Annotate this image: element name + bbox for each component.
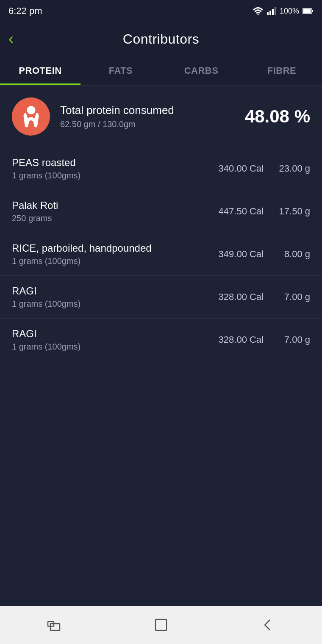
food-name-4: RAGI <box>12 328 210 340</box>
food-item-0: PEAS roasted 1 grams (100gms) 340.00 Cal… <box>0 147 322 190</box>
tab-carbs[interactable]: CARBS <box>161 56 242 85</box>
tab-protein[interactable]: PROTEIN <box>0 56 80 85</box>
food-item-2: RICE, parboiled, handpounded 1 grams (10… <box>0 233 322 276</box>
summary-percentage: 48.08 % <box>245 106 310 127</box>
svg-rect-3 <box>272 9 274 15</box>
food-amount-1: 250 grams <box>12 214 210 223</box>
food-name-3: RAGI <box>12 285 210 297</box>
svg-rect-2 <box>269 11 271 15</box>
recent-icon <box>46 617 61 633</box>
food-item-3: RAGI 1 grams (100gms) 328.00 Cal 7.00 g <box>0 276 322 319</box>
food-cal-1: 447.50 Cal <box>219 206 264 217</box>
status-bar: 6:22 pm 100% <box>0 0 322 22</box>
summary-card: Total protein consumed 62.50 gm / 130.0g… <box>0 86 322 147</box>
battery-text: 100% <box>280 7 299 16</box>
food-amount-3: 1 grams (100gms) <box>12 299 210 309</box>
summary-subtitle: 62.50 gm / 130.0gm <box>60 119 235 129</box>
svg-rect-4 <box>275 7 276 15</box>
food-info-1: Palak Roti 250 grams <box>12 200 210 223</box>
summary-text: Total protein consumed 62.50 gm / 130.0g… <box>60 104 235 129</box>
battery-icon <box>303 8 314 14</box>
svg-rect-7 <box>312 10 313 12</box>
tab-fats[interactable]: FATS <box>80 56 161 85</box>
food-name-1: Palak Roti <box>12 200 210 211</box>
food-grams-2: 8.00 g <box>272 249 310 260</box>
nav-back-button[interactable] <box>248 613 289 637</box>
wifi-icon <box>253 7 264 15</box>
food-info-3: RAGI 1 grams (100gms) <box>12 285 210 309</box>
body-icon <box>19 105 43 128</box>
food-item-4: RAGI 1 grams (100gms) 328.00 Cal 7.00 g <box>0 319 322 361</box>
home-icon <box>153 617 169 633</box>
tab-fibre[interactable]: FIBRE <box>242 56 322 85</box>
food-cal-2: 349.00 Cal <box>219 249 264 260</box>
summary-title: Total protein consumed <box>60 104 235 117</box>
page-title: Contributors <box>123 31 199 47</box>
svg-point-8 <box>27 106 35 114</box>
food-list: PEAS roasted 1 grams (100gms) 340.00 Cal… <box>0 147 322 361</box>
food-amount-4: 1 grams (100gms) <box>12 342 210 352</box>
food-info-4: RAGI 1 grams (100gms) <box>12 328 210 352</box>
food-grams-0: 23.00 g <box>272 163 310 174</box>
food-info-2: RICE, parboiled, handpounded 1 grams (10… <box>12 242 210 266</box>
status-time: 6:22 pm <box>8 6 42 17</box>
food-macros-4: 328.00 Cal 7.00 g <box>219 334 310 345</box>
nav-recent-button[interactable] <box>33 613 74 637</box>
svg-rect-10 <box>50 624 60 630</box>
signal-icon <box>267 7 276 15</box>
food-cal-4: 328.00 Cal <box>219 334 264 345</box>
tabs-container: PROTEIN FATS CARBS FIBRE <box>0 56 322 86</box>
svg-rect-11 <box>155 619 167 630</box>
food-name-0: PEAS roasted <box>12 157 210 169</box>
back-chevron-icon: ‹ <box>8 31 14 47</box>
food-cal-3: 328.00 Cal <box>219 291 264 303</box>
svg-rect-1 <box>267 12 269 15</box>
status-icons: 100% <box>253 7 314 16</box>
back-button[interactable]: ‹ <box>8 31 14 47</box>
bottom-nav <box>0 606 322 644</box>
nav-home-button[interactable] <box>141 613 181 637</box>
food-macros-0: 340.00 Cal 23.00 g <box>219 163 310 174</box>
food-cal-0: 340.00 Cal <box>219 163 264 174</box>
food-macros-3: 328.00 Cal 7.00 g <box>219 291 310 303</box>
food-name-2: RICE, parboiled, handpounded <box>12 242 210 254</box>
food-grams-3: 7.00 g <box>272 291 310 303</box>
food-amount-2: 1 grams (100gms) <box>12 256 210 266</box>
header: ‹ Contributors <box>0 22 322 56</box>
protein-icon <box>12 97 50 136</box>
food-info-0: PEAS roasted 1 grams (100gms) <box>12 157 210 180</box>
food-item-1: Palak Roti 250 grams 447.50 Cal 17.50 g <box>0 190 322 233</box>
food-grams-1: 17.50 g <box>272 206 310 217</box>
food-amount-0: 1 grams (100gms) <box>12 171 210 180</box>
svg-rect-6 <box>303 9 311 13</box>
svg-point-0 <box>257 14 258 15</box>
food-macros-1: 447.50 Cal 17.50 g <box>219 206 310 217</box>
food-grams-4: 7.00 g <box>272 334 310 345</box>
nav-back-icon <box>261 617 276 633</box>
food-macros-2: 349.00 Cal 8.00 g <box>219 249 310 260</box>
